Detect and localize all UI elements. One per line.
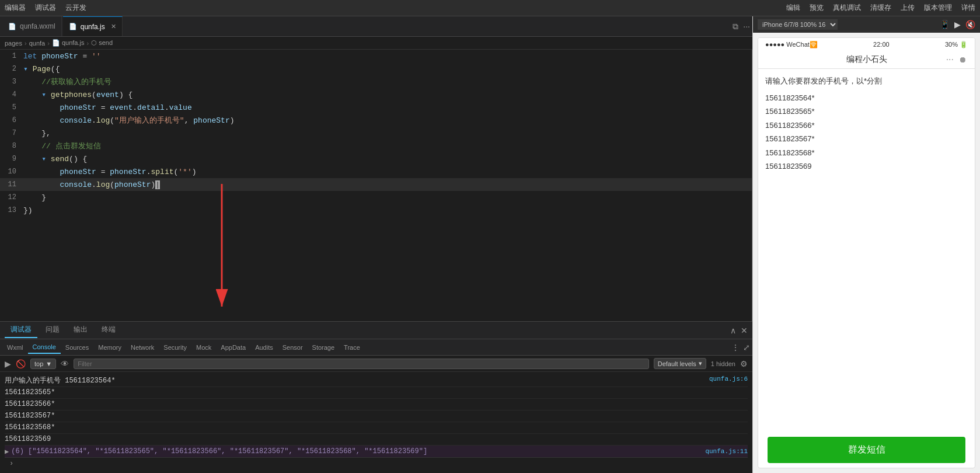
console-sub-tab-audits[interactable]: Audits bbox=[250, 342, 278, 353]
debugger-tab-terminal[interactable]: 终端 bbox=[96, 322, 121, 338]
tab-bar: 📄 qunfa.wxml 📄 qunfa.js ✕ ⧉ ··· bbox=[0, 16, 752, 37]
debugger-tab-actions: ∧ ✕ bbox=[730, 326, 748, 335]
debugger-tab-output[interactable]: 输出 bbox=[68, 322, 93, 338]
toolbar-upload[interactable]: 上传 bbox=[901, 3, 915, 13]
preview-panel: iPhone 6/7/8 100% 16 📱 ▶ 🔇 ●●●●● WeChat🛜… bbox=[752, 16, 980, 473]
console-array-text: (6) ["15611823564", "*15611823565", "*15… bbox=[11, 447, 705, 455]
close-debugger-icon[interactable]: ✕ bbox=[741, 326, 748, 335]
toolbar-edit[interactable]: 编辑 bbox=[786, 3, 800, 13]
filter-input[interactable] bbox=[78, 360, 645, 367]
code-line-7: 7 }, bbox=[0, 127, 752, 140]
top-label: top bbox=[34, 360, 43, 367]
toolbar-debugger[interactable]: 调试器 bbox=[35, 3, 56, 13]
console-more-icon[interactable]: ⋮ bbox=[731, 343, 740, 352]
console-output[interactable]: 用户输入的手机号 15611823564* qunfa.js:6 1561182… bbox=[0, 372, 752, 473]
array-expand-icon[interactable]: ▶ bbox=[5, 447, 9, 456]
tab-js[interactable]: 📄 qunfa.js ✕ bbox=[63, 16, 123, 36]
line-content-10: phoneStr = phoneStr.split('*') bbox=[23, 168, 752, 176]
tab-actions: ⧉ ··· bbox=[733, 22, 750, 32]
editor-and-debugger: 📄 qunfa.wxml 📄 qunfa.js ✕ ⧉ ··· pages › … bbox=[0, 16, 752, 473]
phone-icon[interactable]: 📱 bbox=[940, 20, 950, 29]
toolbar-editor[interactable]: 编辑器 bbox=[5, 3, 26, 13]
console-sub-tab-mock[interactable]: Mock bbox=[191, 342, 216, 353]
toolbar-details[interactable]: 详情 bbox=[961, 3, 975, 13]
console-sub-tab-security[interactable]: Security bbox=[159, 342, 191, 353]
console-expand-icon[interactable]: ⤢ bbox=[743, 343, 750, 352]
more-actions-icon[interactable]: ··· bbox=[743, 22, 750, 31]
breadcrumb-sep1: › bbox=[25, 40, 27, 47]
console-sub-tab-wxml[interactable]: Wxml bbox=[2, 342, 28, 353]
line-num-6: 6 bbox=[0, 116, 23, 124]
settings-icon[interactable]: ⚙ bbox=[740, 359, 748, 368]
tab-wxml-label: qunfa.wxml bbox=[20, 22, 55, 30]
console-array-source[interactable]: qunfa.js:11 bbox=[705, 448, 748, 455]
line-num-11: 11 bbox=[0, 180, 23, 189]
console-text-1: 用户输入的手机号 15611823564* bbox=[5, 375, 709, 385]
console-sub-tab-console[interactable]: Console bbox=[28, 341, 61, 354]
debugger-tab-debugger[interactable]: 调试器 bbox=[5, 322, 37, 338]
code-line-9: 9 ▾ send() { bbox=[0, 152, 752, 165]
console-sub-tab-network[interactable]: Network bbox=[126, 342, 159, 353]
device-selector[interactable]: iPhone 6/7/8 100% 16 bbox=[758, 19, 838, 30]
line-content-9: ▾ send() { bbox=[23, 154, 752, 164]
console-sub-tab-memory[interactable]: Memory bbox=[93, 342, 126, 353]
top-toolbar: 编辑器 调试器 云开发 编辑 预览 真机调试 清缓存 上传 版本管理 详情 bbox=[0, 0, 980, 16]
toolbar-cloud[interactable]: 云开发 bbox=[65, 3, 86, 13]
debugger-tab-issues[interactable]: 问题 bbox=[40, 322, 65, 338]
levels-dropdown[interactable]: Default levels ▾ bbox=[654, 358, 706, 369]
levels-chevron: ▾ bbox=[699, 360, 702, 367]
tab-js-close[interactable]: ✕ bbox=[111, 23, 116, 30]
code-line-4: 4 ▾ getphones(event) { bbox=[0, 88, 752, 101]
send-button[interactable]: 群发短信 bbox=[768, 437, 965, 463]
video-icon[interactable]: ▶ bbox=[954, 20, 961, 29]
console-sub-tab-sources[interactable]: Sources bbox=[61, 342, 93, 353]
line-num-13: 13 bbox=[0, 206, 23, 214]
no-entry-icon[interactable]: 🚫 bbox=[16, 359, 26, 368]
console-sub-tab-trace[interactable]: Trace bbox=[339, 342, 365, 353]
line-num-3: 3 bbox=[0, 78, 23, 86]
line-content-7: }, bbox=[23, 129, 752, 138]
toolbar-clear-cache[interactable]: 清缓存 bbox=[870, 3, 891, 13]
phone-title: 编程小石头 bbox=[846, 54, 887, 65]
console-source-1[interactable]: qunfa.js:6 bbox=[709, 375, 748, 382]
breadcrumb-file[interactable]: 📄 qunfa.js bbox=[52, 39, 85, 47]
console-sub-tab-sensor[interactable]: Sensor bbox=[278, 342, 308, 353]
toolbar-device-debug[interactable]: 真机调试 bbox=[833, 3, 861, 13]
code-line-13: 13 }) bbox=[0, 204, 752, 217]
toolbar-preview[interactable]: 预览 bbox=[810, 3, 824, 13]
phone-battery: 30% 🔋 bbox=[945, 41, 968, 48]
toolbar-version[interactable]: 版本管理 bbox=[924, 3, 952, 13]
line-num-2: 2 bbox=[0, 65, 23, 73]
line-content-2: ▾ Page({ bbox=[23, 64, 752, 74]
phone-number-6: 15611823569 bbox=[765, 159, 968, 173]
phone-number-4: 15611823567* bbox=[765, 132, 968, 145]
code-line-12: 12 } bbox=[0, 191, 752, 204]
tab-wxml[interactable]: 📄 qunfa.wxml bbox=[2, 16, 62, 36]
volume-icon[interactable]: 🔇 bbox=[965, 20, 975, 29]
eye-icon[interactable]: 👁 bbox=[61, 359, 69, 368]
play-icon[interactable]: ▶ bbox=[5, 359, 11, 368]
phone-more-dots[interactable]: ··· bbox=[946, 54, 954, 65]
top-dropdown[interactable]: top ▼ bbox=[30, 359, 56, 369]
debugger-panel: 调试器 问题 输出 终端 ∧ ✕ Wxml Console Sources Me… bbox=[0, 321, 752, 473]
line-num-10: 10 bbox=[0, 168, 23, 176]
split-editor-icon[interactable]: ⧉ bbox=[733, 22, 738, 32]
console-input[interactable] bbox=[17, 460, 743, 468]
code-line-2: 2 ▾ Page({ bbox=[0, 62, 752, 75]
console-log-line-2: 15611823565* bbox=[5, 387, 748, 399]
tab-wxml-icon: 📄 bbox=[8, 23, 16, 30]
debugger-tabs: 调试器 问题 输出 终端 ∧ ✕ bbox=[0, 322, 752, 339]
phone-record-icon[interactable]: ⏺ bbox=[958, 55, 967, 64]
console-sub-tab-storage[interactable]: Storage bbox=[308, 342, 340, 353]
console-sub-tab-appdata[interactable]: AppData bbox=[216, 342, 250, 353]
code-editor[interactable]: 1 let phoneStr = '' 2 ▾ Page({ 3 //获取输入的… bbox=[0, 50, 752, 321]
breadcrumb-function[interactable]: ⬡ send bbox=[91, 39, 113, 47]
breadcrumb-pages[interactable]: pages bbox=[5, 40, 22, 47]
line-num-8: 8 bbox=[0, 142, 23, 150]
collapse-icon[interactable]: ∧ bbox=[730, 326, 736, 335]
console-text-6: 15611823569 bbox=[5, 435, 748, 443]
line-num-9: 9 bbox=[0, 155, 23, 163]
breadcrumb-qunfa[interactable]: qunfa bbox=[29, 40, 46, 47]
line-content-1: let phoneStr = '' bbox=[23, 52, 752, 61]
breadcrumb: pages › qunfa › 📄 qunfa.js › ⬡ send bbox=[0, 37, 752, 50]
